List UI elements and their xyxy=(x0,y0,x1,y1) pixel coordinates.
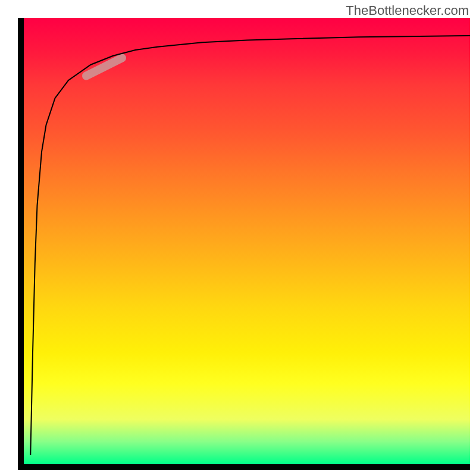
highlight-marker xyxy=(86,58,122,76)
curve-svg xyxy=(24,18,470,464)
chart-container xyxy=(18,18,470,470)
curve-path xyxy=(30,36,470,455)
watermark-text: TheBottlenecker.com xyxy=(346,3,469,18)
